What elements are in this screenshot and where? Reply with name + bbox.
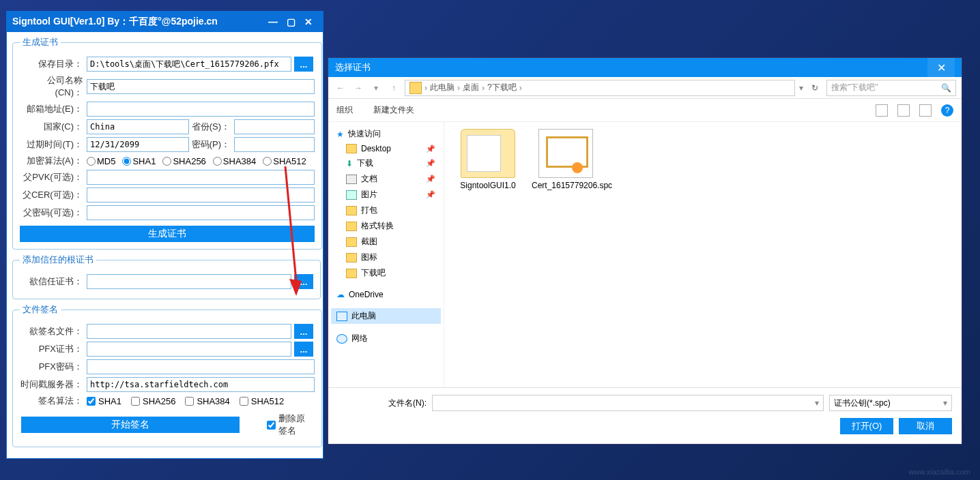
trust-cert-input[interactable] [87, 274, 291, 289]
generate-legend: 生成证书 [20, 36, 61, 48]
parent-cer-input[interactable] [87, 188, 315, 202]
sidebar-item-downloads[interactable]: ⬇下载📌 [331, 155, 441, 171]
province-input[interactable] [234, 119, 315, 134]
start-sign-button[interactable]: 开始签名 [21, 417, 240, 433]
new-folder-button[interactable]: 新建文件夹 [373, 104, 414, 116]
password-input[interactable] [234, 137, 315, 152]
sign-file-input[interactable] [87, 324, 291, 339]
crumb-thispc[interactable]: 此电脑 [430, 82, 455, 93]
radio-sha384[interactable]: SHA384 [213, 156, 256, 166]
crumb-desktop[interactable]: 桌面 [463, 82, 479, 93]
chevron-down-icon: ▾ [815, 398, 819, 408]
download-icon: ⬇ [346, 159, 353, 168]
trust-legend: 添加信任的根证书 [20, 254, 96, 266]
sidebar-item-pack[interactable]: 打包 [331, 202, 441, 218]
sig-algo-label: 签名算法： [20, 395, 83, 407]
signtool-titlebar[interactable]: Signtool GUI[Ver1.0] By：千百度°@52pojie.cn … [7, 12, 323, 32]
breadcrumb[interactable]: › 此电脑› 桌面› ?下载吧› [405, 80, 795, 96]
province-label: 省份(S)： [189, 121, 230, 133]
browse-sign-file-button[interactable]: ... [294, 324, 313, 339]
file-picker-dialog: 选择证书 ✕ ← → ▾ ↑ › 此电脑› 桌面› ?下载吧› ▾ ↻ 搜索"下… [328, 57, 962, 445]
file-name: Cert_1615779206.spc [532, 181, 612, 190]
organize-button[interactable]: 组织 [336, 104, 353, 116]
pin-icon: 📌 [426, 175, 435, 183]
crumb-folder[interactable]: ?下载吧 [487, 82, 517, 93]
filename-combo[interactable]: ▾ [432, 395, 824, 411]
tsa-label: 时间戳服务器： [20, 378, 83, 391]
open-button[interactable]: 打开(O) [840, 418, 893, 434]
nav-up-icon[interactable]: ↑ [387, 83, 401, 93]
browse-save-dir-button[interactable]: ... [294, 57, 313, 72]
radio-sha256[interactable]: SHA256 [162, 156, 205, 166]
sidebar-thispc[interactable]: 此电脑 [331, 308, 441, 324]
file-folder-signtoolgui[interactable]: SigntoolGUI1.0 [454, 129, 522, 190]
view-details-icon[interactable] [897, 104, 910, 117]
close-icon[interactable]: ✕ [300, 15, 317, 29]
view-icons-icon[interactable] [876, 104, 888, 117]
parent-pwd-label: 父密码(可选)： [20, 207, 83, 219]
check-sha512[interactable]: SHA512 [240, 396, 284, 406]
chevron-down-icon: ▾ [943, 398, 947, 408]
generate-cert-button[interactable]: 生成证书 [20, 226, 315, 242]
email-input[interactable] [87, 102, 315, 117]
picker-close-icon[interactable]: ✕ [927, 58, 955, 77]
filetype-filter[interactable]: 证书公钥(*.spc) ▾ [829, 395, 952, 411]
trust-root-group: 添加信任的根证书 欲信任证书： ... [12, 254, 321, 299]
generate-cert-group: 生成证书 保存目录： ... 公司名称(CN)： 邮箱地址(E)： 国家(C)：… [12, 36, 322, 250]
company-label: 公司名称(CN)： [20, 74, 83, 99]
picker-title: 选择证书 [335, 61, 371, 74]
picker-nav: ← → ▾ ↑ › 此电脑› 桌面› ?下载吧› ▾ ↻ 搜索"下载吧" 🔍 [328, 77, 962, 99]
help-icon[interactable]: ? [941, 104, 953, 117]
search-input[interactable]: 搜索"下载吧" 🔍 [826, 80, 956, 96]
nav-dropdown-icon[interactable]: ▾ [369, 83, 383, 93]
pfx-input[interactable] [87, 342, 291, 357]
tsa-input[interactable] [87, 377, 315, 392]
pin-icon: 📌 [426, 190, 435, 199]
sidebar-item-screenshot[interactable]: 截图 [331, 234, 441, 250]
minimize-icon[interactable]: — [264, 15, 282, 29]
company-input[interactable] [87, 79, 315, 94]
radio-sha512[interactable]: SHA512 [263, 156, 306, 166]
expire-input[interactable] [87, 137, 189, 152]
radio-md5[interactable]: MD5 [87, 156, 115, 166]
cancel-button[interactable]: 取消 [899, 418, 952, 434]
sidebar-quick-access[interactable]: ★快速访问 [331, 126, 441, 142]
pc-icon [336, 312, 347, 321]
sidebar-item-pictures[interactable]: 图片📌 [331, 187, 441, 202]
sidebar-item-documents[interactable]: 文档📌 [331, 171, 441, 187]
folder-icon [346, 237, 357, 247]
nav-back-icon[interactable]: ← [334, 83, 347, 93]
sidebar-item-desktop[interactable]: Desktop📌 [331, 142, 441, 155]
signtool-window: Signtool GUI[Ver1.0] By：千百度°@52pojie.cn … [6, 11, 323, 459]
country-input[interactable] [87, 119, 189, 134]
check-sha384[interactable]: SHA384 [185, 396, 229, 406]
pfx-pwd-input[interactable] [87, 359, 315, 374]
save-dir-input[interactable] [87, 57, 291, 72]
parent-pwd-input[interactable] [87, 205, 315, 220]
refresh-icon[interactable]: ↻ [807, 83, 822, 93]
picker-titlebar[interactable]: 选择证书 ✕ [328, 58, 962, 77]
algo-radios: MD5 SHA1 SHA256 SHA384 SHA512 [87, 156, 311, 166]
password-label: 密码(P)： [189, 138, 230, 151]
sidebar-network[interactable]: 网络 [331, 331, 441, 346]
sidebar-item-icons[interactable]: 图标 [331, 250, 441, 265]
sidebar-onedrive[interactable]: ☁OneDrive [331, 288, 441, 301]
country-label: 国家(C)： [20, 121, 83, 133]
signtool-title: Signtool GUI[Ver1.0] By：千百度°@52pojie.cn [12, 16, 218, 28]
browse-pfx-button[interactable]: ... [294, 342, 313, 357]
sidebar-item-xiazaiba[interactable]: 下载吧 [331, 265, 441, 281]
file-name: SigntoolGUI1.0 [460, 181, 515, 190]
picker-toolbar: 组织 新建文件夹 ? [328, 99, 962, 122]
check-sha1[interactable]: SHA1 [87, 396, 121, 406]
preview-pane-icon[interactable] [919, 104, 932, 117]
maximize-icon[interactable]: ▢ [282, 15, 300, 29]
file-cert-spc[interactable]: Cert_1615779206.spc [532, 129, 600, 190]
pin-icon: 📌 [426, 159, 435, 168]
parent-pvk-input[interactable] [87, 170, 315, 185]
sidebar-item-convert[interactable]: 格式转换 [331, 218, 441, 234]
browse-trust-cert-button[interactable]: ... [294, 274, 313, 289]
delete-original-checkbox[interactable]: 删除原签名 [267, 412, 313, 437]
check-sha256[interactable]: SHA256 [131, 396, 175, 406]
nav-forward-icon[interactable]: → [351, 83, 365, 93]
radio-sha1[interactable]: SHA1 [122, 156, 156, 166]
